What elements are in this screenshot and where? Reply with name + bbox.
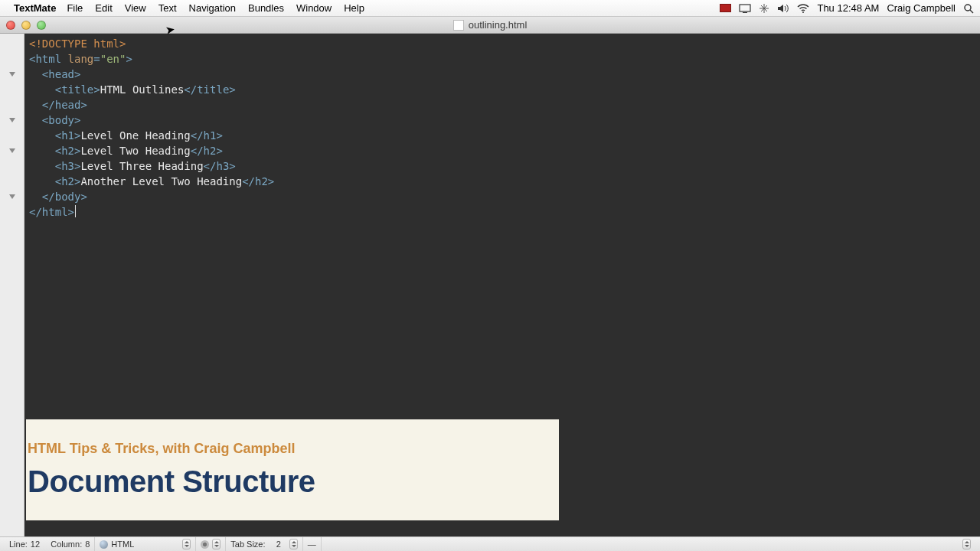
menu-file[interactable]: File [67, 2, 83, 14]
status-line-value: 12 [31, 540, 40, 549]
window-title: outlining.html [0, 19, 980, 31]
status-column-label: Column: [51, 540, 82, 549]
wifi-icon[interactable] [797, 4, 809, 13]
window-titlebar[interactable]: outlining.html [0, 17, 980, 34]
code-line[interactable]: <html lang="en"> [29, 51, 975, 67]
code-line[interactable]: <h2>Level Two Heading</h2> [29, 143, 975, 158]
status-language: HTML [111, 540, 134, 549]
globe-icon [100, 540, 108, 549]
zoom-button[interactable] [37, 21, 46, 30]
language-stepper[interactable] [182, 539, 191, 549]
status-corner-stepper[interactable] [958, 537, 975, 551]
menu-edit[interactable]: Edit [95, 2, 112, 14]
svg-rect-0 [740, 5, 750, 11]
gutter-row[interactable] [0, 36, 24, 51]
editor-gutter[interactable] [0, 34, 24, 536]
recording-icon [720, 4, 731, 12]
status-column-value: 8 [85, 540, 90, 549]
fold-icon[interactable] [9, 194, 15, 199]
gutter-row[interactable] [0, 51, 24, 67]
menubar-clock[interactable]: Thu 12:48 AM [817, 2, 879, 14]
volume-icon[interactable] [777, 4, 789, 13]
status-tabsize[interactable]: Tab Size: 2 [226, 537, 303, 551]
window-controls [0, 21, 46, 30]
code-line[interactable]: <h2>Another Level Two Heading</h2> [29, 174, 975, 189]
gutter-row[interactable] [0, 128, 24, 143]
close-button[interactable] [6, 21, 15, 30]
status-language-selector[interactable]: HTML [95, 537, 196, 551]
fold-icon[interactable] [9, 72, 15, 77]
code-line[interactable]: <h1>Level One Heading</h1> [29, 128, 975, 143]
status-gear[interactable] [196, 537, 226, 551]
menu-navigation[interactable]: Navigation [189, 2, 236, 14]
document-icon [453, 20, 464, 31]
gutter-row[interactable] [0, 112, 24, 128]
status-line-label: Line: [9, 540, 28, 549]
menu-view[interactable]: View [125, 2, 146, 14]
macos-menubar: TextMate File Edit View Text Navigation … [0, 0, 980, 17]
code-line[interactable]: </head> [29, 97, 975, 112]
status-tabsize-label: Tab Size: [230, 540, 265, 549]
svg-point-2 [802, 11, 804, 13]
code-line[interactable]: <title>HTML Outlines</title> [29, 82, 975, 97]
window-title-text: outlining.html [469, 19, 528, 31]
gutter-row[interactable] [0, 204, 24, 220]
status-tabsize-value: 2 [276, 540, 281, 549]
corner-stepper[interactable] [962, 539, 971, 549]
status-symbol-selector[interactable]: — [303, 537, 322, 551]
svg-rect-1 [743, 12, 747, 13]
menu-bundles[interactable]: Bundles [248, 2, 284, 14]
gutter-row[interactable] [0, 97, 24, 112]
display-icon[interactable] [739, 4, 751, 13]
tabsize-stepper[interactable] [289, 539, 298, 549]
editor-statusbar: Line: 12 Column: 8 HTML Tab Size: 2 — [0, 536, 980, 551]
gutter-row[interactable] [0, 189, 24, 204]
svg-line-4 [970, 10, 973, 13]
fold-icon[interactable] [9, 148, 15, 153]
overlay-subtitle: HTML Tips & Tricks, with Craig Campbell [28, 441, 557, 457]
gutter-row[interactable] [0, 67, 24, 82]
overlay-title: Document Structure [28, 465, 557, 499]
menubar-user[interactable]: Craig Campbell [887, 2, 956, 14]
svg-point-3 [965, 5, 971, 11]
sync-icon[interactable] [759, 3, 769, 14]
app-name[interactable]: TextMate [14, 2, 56, 14]
gutter-row[interactable] [0, 82, 24, 97]
minimize-button[interactable] [21, 21, 31, 30]
code-line[interactable]: <head> [29, 67, 975, 82]
gutter-row[interactable] [0, 143, 24, 158]
menu-window[interactable]: Window [296, 2, 332, 14]
gear-stepper[interactable] [212, 539, 220, 549]
code-line[interactable]: <body> [29, 112, 975, 128]
fold-icon[interactable] [9, 118, 15, 122]
lower-third-overlay: HTML Tips & Tricks, with Craig Campbell … [26, 419, 559, 520]
status-line[interactable]: Line: 12 Column: 8 [5, 537, 95, 551]
spotlight-icon[interactable] [963, 3, 974, 14]
status-symbol: — [308, 540, 316, 549]
gutter-row[interactable] [0, 158, 24, 174]
gear-icon [201, 540, 209, 549]
gutter-row[interactable] [0, 174, 24, 189]
code-line[interactable]: <!DOCTYPE html> [29, 36, 975, 51]
menu-help[interactable]: Help [344, 2, 364, 14]
menu-text[interactable]: Text [158, 2, 177, 14]
code-line[interactable]: </html> [29, 204, 975, 220]
code-line[interactable]: </body> [29, 189, 975, 204]
code-line[interactable]: <h3>Level Three Heading</h3> [29, 158, 975, 174]
